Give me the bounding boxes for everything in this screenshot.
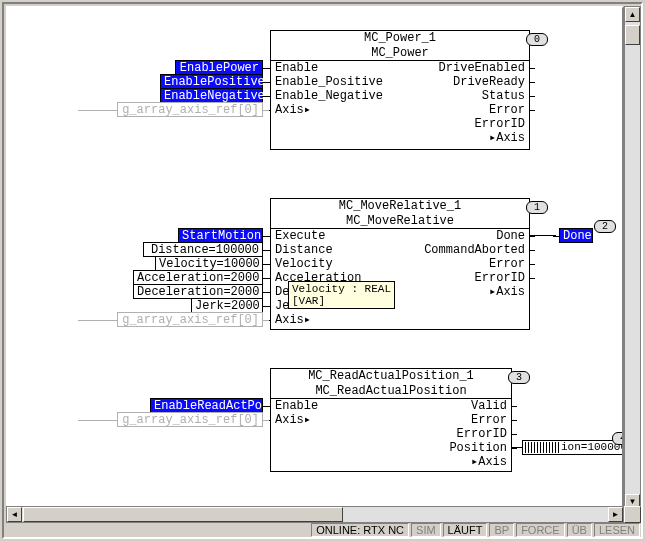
tag-jerk[interactable]: Jerk=2000 [191,298,263,313]
pin-axis-out: ▸Axis [489,285,525,299]
pin-axis-out: ▸Axis [489,131,525,145]
tag-decel[interactable]: Deceleration=2000 [133,284,263,299]
tag-accel[interactable]: Acceleration=2000 [133,270,263,285]
status-lesen: LESEN [594,523,640,537]
window-frame: MC_Power_1 MC_Power Enable Enable_Positi… [2,2,643,539]
tag-enablereadactpos[interactable]: EnableReadActPos [150,398,263,413]
tag-velocity[interactable]: Velocity=10000 [155,256,263,271]
scroll-up-button[interactable]: ▲ [625,7,640,22]
block-mc-moverelative[interactable]: MC_MoveRelative_1 MC_MoveRelative Execut… [270,198,530,330]
scrollbar-corner [624,506,641,523]
pin-position: Position [449,441,507,455]
tag-done-out[interactable]: Done [559,228,593,243]
pin-done: Done [496,229,525,243]
pin-axis-in: Axis▸ [275,413,311,427]
pin-enable-positive: Enable_Positive [275,75,383,89]
pin-valid: Valid [471,399,507,413]
tag-distance[interactable]: Distance=100000 [143,242,263,257]
pin-distance: Distance [275,243,333,257]
pin-errorid: ErrorID [457,427,507,441]
status-force: FORCE [516,523,565,537]
block-instance-name: MC_Power_1 [271,31,529,46]
pin-enable: Enable [275,399,318,413]
status-sim: SIM [411,523,441,537]
status-ub: ÜB [567,523,592,537]
pin-drive-enabled: DriveEnabled [439,61,525,75]
pin-error: Error [489,103,525,117]
tag-enablepositive[interactable]: EnablePositive [160,74,263,89]
pin-error: Error [489,257,525,271]
tag-axis-ref-0[interactable]: g_array_axis_ref[0] [117,102,263,117]
tooltip-line1: Velocity : REAL [292,283,391,295]
pin-status: Status [482,89,525,103]
block-mc-power[interactable]: MC_Power_1 MC_Power Enable Enable_Positi… [270,30,530,150]
vscroll-thumb[interactable] [625,25,640,45]
pin-errorid: ErrorID [475,271,525,285]
pin-axis-in: Axis▸ [275,103,311,117]
position-output-box[interactable]: ion=100000 [522,440,624,455]
scroll-right-button[interactable]: ► [608,507,623,522]
tooltip-velocity: Velocity : REAL [VAR] [288,281,395,309]
pin-drive-ready: DriveReady [453,75,525,89]
horizontal-scrollbar[interactable]: ◄ ► [6,506,624,523]
out-id-2: 2 [594,220,616,233]
block-instance-name: MC_MoveRelative_1 [271,199,529,214]
canvas-viewport: MC_Power_1 MC_Power Enable Enable_Positi… [6,6,624,510]
block-mc-readactualposition[interactable]: MC_ReadActualPosition_1 MC_ReadActualPos… [270,368,512,472]
pin-axis-in: Axis▸ [275,313,311,327]
tooltip-line2: [VAR] [292,295,325,307]
pin-axis-out: ▸Axis [471,455,507,469]
pin-execute: Execute [275,229,325,243]
out-id-4: 4 [612,432,624,445]
pin-commandaborted: CommandAborted [424,243,525,257]
block-type-name: MC_Power [271,46,529,61]
pin-errorid: ErrorID [475,117,525,131]
tag-axis-ref-2[interactable]: g_array_axis_ref[0] [117,412,263,427]
tag-enablepower[interactable]: EnablePower [175,60,263,75]
hscroll-thumb[interactable] [23,507,343,522]
status-bar: ONLINE: RTX NC SIM LÄUFT BP FORCE ÜB LES… [5,522,640,537]
pin-error: Error [471,413,507,427]
tag-axis-ref-1[interactable]: g_array_axis_ref[0] [117,312,263,327]
tag-startmotion[interactable]: StartMotion [178,228,263,243]
vertical-scrollbar[interactable]: ▲ ▼ [624,6,641,510]
hatch-icon [525,442,559,453]
status-lauft: LÄUFT [443,523,488,537]
tag-enablenegative[interactable]: EnableNegative [160,88,263,103]
block-id-0: 0 [526,33,548,46]
block-type-name: MC_ReadActualPosition [271,384,511,399]
block-id-1: 1 [526,201,548,214]
block-instance-name: MC_ReadActualPosition_1 [271,369,511,384]
status-online: ONLINE: RTX NC [311,523,409,537]
pin-enable: Enable [275,61,318,75]
status-bp: BP [489,523,514,537]
fbd-canvas[interactable]: MC_Power_1 MC_Power Enable Enable_Positi… [8,8,622,508]
block-id-3: 3 [508,371,530,384]
block-type-name: MC_MoveRelative [271,214,529,229]
pin-enable-negative: Enable_Negative [275,89,383,103]
pin-velocity: Velocity [275,257,333,271]
scroll-left-button[interactable]: ◄ [7,507,22,522]
